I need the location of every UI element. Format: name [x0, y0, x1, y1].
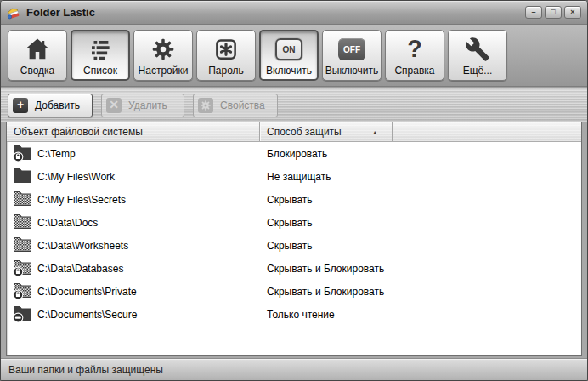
gear-icon: [198, 98, 213, 113]
sort-asc-icon: ▲: [372, 129, 378, 135]
folder-locked-icon: [13, 145, 32, 162]
toolbar-button-list[interactable]: Список: [71, 30, 130, 81]
toolbar-button-label: Настройки: [139, 65, 189, 77]
title-bar: Folder Lastic – □ ×: [1, 1, 587, 25]
object-path: C:\Documents\Private: [37, 286, 137, 298]
gear-icon: [150, 34, 176, 65]
cell-object: C:\My Files\Secrets: [7, 190, 260, 208]
object-path: C:\Data\Docs: [37, 217, 98, 229]
folder-icon: [13, 168, 32, 185]
table-row[interactable]: C:\Data\WorksheetsСкрывать: [7, 234, 581, 257]
minimize-button[interactable]: –: [525, 6, 542, 19]
table-row[interactable]: C:\Data\DatabasesСкрывать и Блокировать: [7, 257, 581, 280]
on-badge-icon: ON: [275, 34, 302, 65]
cell-protection: Только чтение: [260, 309, 393, 321]
folder-hidden-icon: [13, 236, 32, 254]
table-row[interactable]: C:\My Files\WorkНе защищать: [7, 165, 581, 188]
delete-button[interactable]: ✕Удалить: [101, 94, 184, 117]
properties-button[interactable]: Свойства: [193, 94, 278, 117]
toolbar-button-more[interactable]: Ещё...: [448, 30, 507, 81]
toolbar-button-label: Пароль: [208, 65, 244, 77]
object-path: C:\Data\Worksheets: [37, 240, 128, 252]
cell-object: C:\My Files\Work: [7, 168, 260, 185]
toolbar-button-label: Включить: [266, 65, 312, 77]
cell-protection: Скрывать и Блокировать: [260, 286, 393, 298]
toolbar-button-summary[interactable]: Сводка: [8, 30, 67, 81]
column-header-empty: [393, 122, 581, 141]
status-bar: Ваши папки и файлы защищены: [1, 358, 587, 380]
toolbar-button-password[interactable]: Пароль: [196, 30, 256, 81]
object-path: C:\Documents\Secure: [37, 309, 137, 321]
home-icon: [25, 34, 50, 65]
wrench-icon: [465, 34, 490, 65]
cell-object: C:\Data\Databases: [7, 259, 260, 277]
question-icon: ?: [402, 34, 427, 65]
object-path: C:\Data\Databases: [37, 263, 123, 275]
folder-hidden-icon: [13, 190, 32, 208]
cell-object: C:\Data\Docs: [7, 213, 260, 231]
cell-protection: Скрывать и Блокировать: [260, 263, 393, 275]
cell-protection: Не защищать: [260, 171, 393, 183]
window-title: Folder Lastic: [26, 6, 95, 19]
cell-protection: Скрывать: [260, 194, 393, 206]
asterisk-icon: [213, 34, 239, 65]
table-row[interactable]: C:\Data\DocsСкрывать: [7, 211, 581, 234]
cell-object: C:\Data\Worksheets: [7, 236, 260, 254]
toolbar-button-disable[interactable]: OFFВыключить: [322, 30, 382, 81]
status-text: Ваши папки и файлы защищены: [8, 364, 163, 376]
maximize-button[interactable]: □: [545, 6, 562, 19]
folder-hidden-icon: [13, 213, 32, 231]
folder-readonly-icon: [13, 305, 32, 323]
column-header-protection[interactable]: Способ защиты ▲: [260, 122, 393, 141]
cell-object: C:\Documents\Private: [7, 282, 260, 300]
object-path: C:\My Files\Secrets: [37, 194, 126, 206]
toolbar-button-label: Выключить: [325, 65, 378, 77]
file-list: Объект файловой системы Способ защиты ▲ …: [6, 122, 582, 356]
table-row[interactable]: C:\TempБлокировать: [7, 142, 581, 165]
folder-hidden-locked-icon: [13, 259, 32, 277]
cell-protection: Скрывать: [260, 240, 393, 252]
cell-object: C:\Documents\Secure: [7, 305, 260, 323]
toolbar-button-enable[interactable]: ONВключить: [259, 30, 319, 81]
plus-icon: +: [13, 98, 28, 113]
cross-icon: ✕: [106, 98, 122, 113]
svg-text:?: ?: [407, 37, 422, 62]
action-button-label: Свойства: [220, 100, 265, 111]
table-row[interactable]: C:\Documents\SecureТолько чтение: [7, 303, 581, 326]
actions-toolbar: +Добавить✕УдалитьСвойства: [1, 88, 587, 122]
table-row[interactable]: C:\My Files\SecretsСкрывать: [7, 188, 581, 211]
object-path: C:\My Files\Work: [37, 171, 115, 183]
cell-protection: Блокировать: [260, 148, 393, 160]
toolbar-button-label: Справка: [394, 65, 434, 77]
add-button[interactable]: +Добавить: [8, 94, 93, 117]
window-controls: – □ ×: [525, 6, 581, 19]
column-header-object[interactable]: Объект файловой системы: [7, 122, 260, 141]
toolbar-button-label: Ещё...: [463, 65, 493, 77]
object-path: C:\Temp: [37, 148, 76, 160]
cell-object: C:\Temp: [7, 145, 260, 162]
close-button[interactable]: ×: [564, 6, 581, 19]
toolbar-button-label: Сводка: [20, 65, 55, 77]
list-header: Объект файловой системы Способ защиты ▲: [7, 122, 581, 142]
action-button-label: Добавить: [35, 100, 80, 111]
main-toolbar: СводкаСписокНастройкиПарольONВключитьOFF…: [1, 25, 587, 86]
toolbar-button-settings[interactable]: Настройки: [133, 30, 193, 81]
action-button-label: Удалить: [128, 100, 167, 111]
app-icon: [7, 6, 20, 20]
app-window: Folder Lastic – □ × СводкаСписокНастройк…: [0, 0, 588, 381]
folder-hidden-locked-icon: [13, 282, 32, 300]
list-icon: [88, 34, 113, 65]
list-body: C:\TempБлокироватьC:\My Files\WorkНе защ…: [7, 142, 581, 355]
off-badge-icon: OFF: [338, 34, 365, 65]
table-row[interactable]: C:\Documents\PrivateСкрывать и Блокирова…: [7, 280, 581, 303]
toolbar-button-help[interactable]: ?Справка: [385, 30, 444, 81]
toolbar-button-label: Список: [83, 65, 117, 77]
cell-protection: Скрывать: [260, 217, 393, 229]
